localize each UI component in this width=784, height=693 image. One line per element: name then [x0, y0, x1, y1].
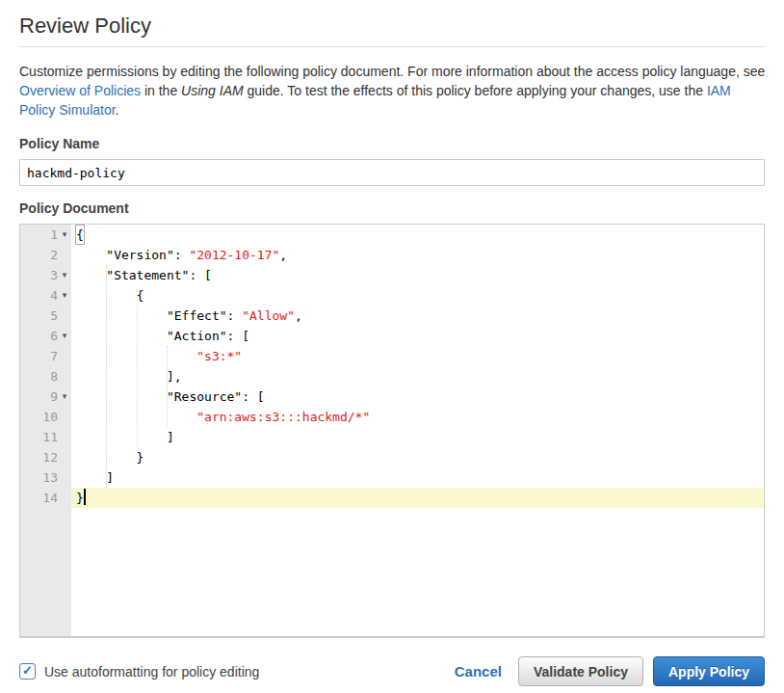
line-number: 2: [50, 245, 58, 265]
code-token: ,: [279, 248, 287, 262]
autoformat-checkbox[interactable]: ✓: [19, 663, 36, 680]
policy-document-editor[interactable]: 1▾23▾4▾56▾789▾1011121314 { "Version": "2…: [19, 224, 765, 638]
line-number: 12: [42, 447, 58, 467]
gutter-line: 5: [20, 306, 71, 326]
gutter-line: 10: [20, 407, 71, 427]
intro-text-part: .: [116, 102, 119, 118]
autoformat-label: Use autoformatting for policy editing: [44, 664, 259, 680]
gutter-line: 11: [20, 427, 71, 447]
intro-text-part: Customize permissions by editing the fol…: [19, 64, 765, 79]
code-token: ]: [76, 470, 114, 485]
line-number: 5: [50, 306, 58, 326]
apply-policy-button[interactable]: Apply Policy: [653, 656, 765, 686]
gutter-line: 12: [20, 447, 71, 467]
guide-name: Using IAM: [181, 83, 244, 98]
code-line[interactable]: "s3:*": [71, 346, 764, 366]
code-line[interactable]: "Resource": [: [71, 386, 764, 407]
gutter-line: 14: [20, 488, 71, 508]
code-token: ]: [76, 430, 174, 444]
gutter-line: 13: [20, 467, 71, 488]
gutter-line: 7: [20, 346, 71, 366]
code-token: {: [75, 225, 85, 245]
overview-of-policies-link[interactable]: Overview of Policies: [19, 83, 141, 98]
json-string-token: "s3:*": [196, 349, 242, 363]
fold-arrow-icon[interactable]: ▾: [58, 225, 71, 245]
code-token: [76, 349, 196, 363]
line-number: 1: [50, 225, 58, 245]
json-string-token: "2012-10-17": [189, 248, 279, 262]
gutter-line: 8: [20, 366, 71, 386]
fold-arrow-icon[interactable]: ▾: [58, 265, 71, 285]
title-divider: [19, 46, 765, 47]
line-number: 7: [50, 346, 58, 366]
code-line[interactable]: "Effect": "Allow",: [71, 306, 764, 326]
code-line[interactable]: "Action": [: [71, 326, 764, 346]
line-number: 8: [50, 366, 58, 386]
code-token: "Statement": [: [76, 268, 212, 282]
line-number: 3: [50, 265, 58, 285]
line-number: 6: [50, 326, 58, 346]
code-token: "Action": [: [76, 329, 249, 343]
cancel-button[interactable]: Cancel: [455, 663, 502, 680]
gutter-line: 4▾: [20, 285, 71, 306]
autoformat-option: ✓ Use autoformatting for policy editing: [19, 663, 259, 680]
line-number: 4: [50, 285, 58, 306]
json-string-token: "Allow": [242, 308, 295, 323]
line-number: 14: [42, 488, 58, 508]
fold-arrow-icon[interactable]: ▾: [58, 285, 71, 306]
code-line[interactable]: ]: [71, 467, 764, 488]
code-token: "Resource": [: [76, 389, 265, 404]
gutter-line: 6▾: [20, 326, 71, 346]
code-line[interactable]: ]: [71, 427, 764, 447]
intro-text-part: in the: [141, 83, 181, 98]
checkbox-check-icon: ✓: [22, 664, 33, 677]
code-line[interactable]: "arn:aws:s3:::hackmd/*": [71, 407, 764, 427]
line-number: 9: [50, 386, 58, 407]
editor-gutter: 1▾23▾4▾56▾789▾1011121314: [20, 225, 71, 636]
footer-bar: ✓ Use autoformatting for policy editing …: [19, 656, 765, 686]
code-line[interactable]: ],: [71, 366, 764, 386]
code-token: {: [76, 288, 144, 303]
code-line[interactable]: }: [71, 488, 764, 508]
intro-text: Customize permissions by editing the fol…: [19, 62, 767, 120]
intro-text-part: guide. To test the effects of this polic…: [244, 83, 707, 98]
code-line[interactable]: "Version": "2012-10-17",: [71, 245, 764, 265]
gutter-line: 2: [20, 245, 71, 265]
text-cursor: [84, 489, 86, 505]
code-line[interactable]: "Statement": [: [71, 265, 764, 285]
code-token: "Effect":: [76, 308, 242, 323]
policy-name-label: Policy Name: [19, 136, 765, 151]
editor-code-lines[interactable]: { "Version": "2012-10-17", "Statement": …: [71, 225, 764, 636]
fold-arrow-icon[interactable]: ▾: [58, 386, 71, 407]
line-number: 11: [42, 427, 58, 447]
gutter-line: 3▾: [20, 265, 71, 285]
policy-name-input[interactable]: [19, 159, 765, 186]
policy-document-label: Policy Document: [19, 200, 765, 216]
code-token: [76, 410, 196, 424]
footer-actions: Cancel Validate Policy Apply Policy: [455, 656, 765, 686]
line-number: 10: [42, 407, 58, 427]
code-token: }: [76, 491, 84, 505]
code-token: "Version":: [76, 248, 189, 262]
gutter-line: 1▾: [20, 225, 71, 245]
json-string-token: "arn:aws:s3:::hackmd/*": [196, 410, 370, 424]
code-token: ,: [295, 308, 302, 323]
validate-policy-button[interactable]: Validate Policy: [518, 656, 643, 686]
code-line[interactable]: }: [71, 447, 764, 467]
code-line[interactable]: {: [71, 285, 764, 306]
code-token: ],: [76, 369, 182, 384]
line-number: 13: [42, 467, 58, 488]
fold-arrow-icon[interactable]: ▾: [58, 326, 71, 346]
page-title: Review Policy: [19, 13, 765, 39]
gutter-line: 9▾: [20, 386, 71, 407]
code-line[interactable]: {: [71, 225, 764, 245]
review-policy-page: Review Policy Customize permissions by e…: [0, 0, 784, 686]
code-token: }: [76, 450, 144, 465]
